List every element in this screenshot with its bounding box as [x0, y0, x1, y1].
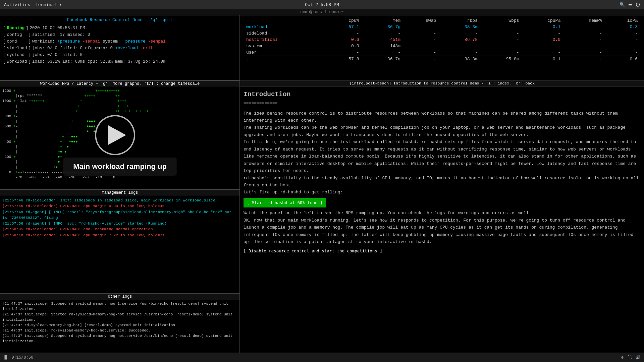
status-panel: Facebook Resource Control Demo - 'q': qu… [0, 15, 240, 80]
metrics-cell: - [563, 24, 605, 30]
metrics-cell: 0.0 [522, 37, 564, 43]
bottom-bar-left: ▐▌ 0:15/0:50 [3, 355, 33, 360]
metrics-cell: - [362, 49, 403, 56]
col-header-memp: memP% [563, 17, 605, 24]
time-display: 0:15/0:50 [11, 355, 33, 360]
metrics-cell: 0.6 [605, 56, 640, 63]
bottom-bar: ▐▌ 0:15/0:50 ⚙ ⛶ 🔊 [0, 353, 644, 362]
intro-para-3: In this demo, we're going to use the tes… [244, 138, 639, 174]
metrics-cell: - [605, 37, 640, 43]
metrics-cell: - [439, 49, 480, 56]
intro-para-4: rd-hashd's sensitivity to the steady ava… [244, 175, 639, 189]
ramp-tooltip: Main workload ramping up [63, 158, 177, 176]
status-row-config: [config] satisfied: 17 missed: 0 [3, 32, 237, 38]
metrics-cell: 0.3 [605, 24, 640, 30]
menu-icon[interactable]: ☰ [628, 2, 632, 7]
metrics-cell: - [605, 49, 640, 56]
metrics-cell: - [439, 30, 480, 37]
intro-para-2: The sharing workloads can be the web bro… [244, 124, 639, 138]
other-log-entry: [21:47:37 init.scope] Started rd-sysload… [2, 312, 237, 323]
metrics-cell: - [605, 30, 640, 37]
metrics-cell: - [362, 30, 403, 37]
metrics-table: cpu% mem swap rbps wbps cpuP% memP% ioP%… [244, 17, 640, 62]
metrics-cell: hostcritical [244, 37, 326, 43]
metrics-cell: 148m [362, 43, 403, 49]
graph-panel: Workload RPS / Latency - 'g': more graph… [0, 80, 240, 189]
metrics-cell: - [480, 30, 522, 37]
activities-button[interactable]: Activities [4, 2, 30, 7]
graph-line: | + +++ + + [2, 104, 237, 109]
metrics-cell: - [480, 43, 522, 49]
col-header-rbps: rbps [439, 17, 480, 24]
other-logs-panel: Other logs [21:47:37 init.scope] Stopped… [0, 293, 240, 362]
metrics-cell: 0.1 [522, 56, 564, 63]
metrics-cell: - [403, 43, 439, 49]
metrics-cell: user [244, 49, 326, 56]
settings-icon[interactable]: ⚙ [621, 355, 624, 360]
graph-line: |rps ******* +++++ ++ [2, 94, 237, 99]
play-pause-icon[interactable]: ▐▌ [3, 355, 8, 360]
volume-icon[interactable]: 🔊 [636, 355, 641, 360]
disable-resctl-button[interactable]: [ Disable resource control and start the… [244, 248, 382, 255]
window-title-bar: demo@resctl-demo:~ [0, 9, 644, 15]
metrics-cell: - [326, 30, 362, 37]
metrics-cell: - [522, 49, 564, 56]
status-row-workload: [workload] load: 63.2% lat: 60ms cpu: 52… [3, 58, 237, 65]
metrics-cell: 57.1 [326, 24, 362, 30]
metrics-cell: - [522, 43, 564, 49]
metrics-cell: - [563, 30, 605, 37]
metrics-cell: 0.6 [326, 37, 362, 43]
top-bar-center: Oct 2 5:58 PM [305, 2, 339, 7]
metrics-cell: 36.7g [362, 56, 403, 63]
metrics-cell: sideload [244, 30, 326, 37]
fullscreen-icon[interactable]: ⛶ [628, 355, 632, 360]
metrics-cell: - [480, 49, 522, 56]
status-title: Facebook Resource Control Demo - 'q': qu… [3, 17, 237, 23]
status-row-running: [Running] 2020-10-02 09:58:31 PM [3, 25, 237, 32]
graph-line: -70 -60 -50 -40 -30 -20 -10 0 [2, 175, 237, 180]
mgmt-logs-content[interactable]: [21:57:46 rd-sideloader] INIT: sideloads… [0, 196, 239, 291]
metrics-cell: 38.3m [439, 56, 480, 63]
mgmt-log-entry: [21:58:05 rd-sideloader] OVERLOAD: end, … [2, 226, 237, 232]
other-log-entry: [21:47:37 init.scope] rd-sysload-memory-… [2, 328, 237, 334]
mgmt-log-entry: [21:57:56 rd-agent] [ INFO] svc: "rd-has… [2, 221, 237, 226]
start-hashd-button[interactable]: [ Start rd-hashd at 60% load ] [244, 198, 326, 208]
metrics-cell: - [439, 43, 480, 49]
graph-line: 1000 +-|lat +++++++ + ++++ [2, 99, 237, 104]
metrics-panel: cpu% mem swap rbps wbps cpuP% memP% ioP%… [240, 15, 644, 80]
other-log-entry: [21:47:37 init.scope] Stopped rd-sysload… [2, 334, 237, 344]
intro-para-6: Watch the panel on the left to see the R… [244, 209, 639, 217]
other-logs-title: Other logs [0, 294, 239, 300]
terminal-menu[interactable]: Terminal ▾ [36, 2, 62, 7]
metrics-cell: - [563, 56, 605, 63]
col-header-name [244, 17, 326, 24]
mgmt-logs-title: Management logs [0, 190, 239, 196]
mgmt-log-entry: [21:57:48 rd-agent] [ INFO] resctl: "/sy… [2, 209, 237, 221]
intro-panel: [intro.post-bench] Introduction to resou… [240, 80, 644, 362]
metrics-cell: system [244, 43, 326, 49]
play-button[interactable] [95, 115, 135, 155]
graph-line: | + +++++ + + ++++ [2, 109, 237, 114]
metrics-cell: - [326, 49, 362, 56]
metrics-cell: - [605, 43, 640, 49]
intro-inner[interactable]: Introduction ============= The idea behi… [240, 86, 644, 362]
metrics-cell: - [563, 43, 605, 49]
top-bar-right: 🔍 ☰ ⏻ [620, 2, 640, 7]
intro-underline: ============= [244, 100, 639, 107]
metrics-cell: 38.3m [439, 24, 480, 30]
top-bar-left: Activities Terminal ▾ [4, 2, 62, 7]
mgmt-log-entry: [21:58:10 rd-sideloader] OVERLOAD: cpu m… [2, 232, 237, 238]
intro-para-5: Let's fire up rd-hashd to get rolling: [244, 189, 639, 196]
metrics-cell: - [480, 37, 522, 43]
metrics-cell: 36.7g [362, 24, 403, 30]
power-icon[interactable]: ⏻ [636, 2, 640, 7]
mgmt-log-entry: [21:57:46 rd-sideloader] OVERLOAD: cpu m… [2, 203, 237, 209]
status-row-sysload: [sysload] jobs: 0/ 0 failed: 0 [3, 52, 237, 58]
status-row-oomd: [oomd] workload: +pressure -senpai syste… [3, 38, 237, 45]
metrics-cell: 57.8 [326, 56, 362, 63]
col-header-cpup: cpuP% [522, 17, 564, 24]
search-icon[interactable]: 🔍 [620, 2, 625, 7]
status-row-sideload: [sideload] jobs: 0/ 0 failed: 0 cfg_warn… [3, 45, 237, 52]
metrics-cell: - [563, 49, 605, 56]
metrics-cell: - [403, 37, 439, 43]
